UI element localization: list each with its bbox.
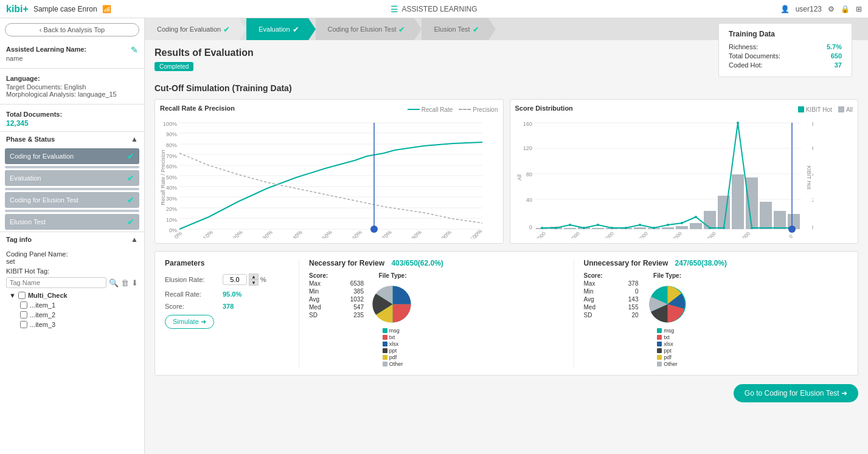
tag-item3-checkbox[interactable] — [20, 321, 27, 328]
svg-text:0: 0 — [812, 224, 813, 230]
unnecessary-file-type-label: File Type: — [653, 272, 681, 279]
svg-text:5000: 5000 — [603, 230, 614, 238]
unnecessary-min: Min 0 — [584, 288, 639, 295]
svg-point-24 — [370, 225, 378, 233]
svg-text:1000: 1000 — [739, 230, 751, 238]
elusion-rate-label: Elusion Rate: — [165, 276, 223, 283]
svg-rect-64 — [676, 226, 688, 229]
training-richness-value: 5.7% — [827, 43, 842, 50]
phase-evaluation-label: Evaluation — [10, 174, 41, 182]
recall-line-icon — [408, 109, 420, 110]
necessary-avg: Avg 1032 — [309, 296, 364, 303]
training-card: Training Data Richness: 5.7% Total Docum… — [718, 23, 852, 77]
top-bar-center: ☰ ASSISTED LEARNING — [391, 4, 477, 14]
svg-text:2000: 2000 — [705, 230, 717, 238]
phase-elusion: Elusion Test ✔ — [5, 214, 139, 230]
necessary-avg-val: 1032 — [350, 296, 364, 303]
tag-multi-check-checkbox[interactable] — [18, 292, 26, 299]
expand-icon[interactable]: ⊞ — [856, 5, 862, 13]
kibit-hot-legend-label: KIBIT Hot — [806, 106, 832, 113]
unnecessary-sd-val: 20 — [631, 312, 638, 318]
necessary-max-label: Max — [309, 280, 321, 287]
svg-point-85 — [709, 227, 711, 229]
breadcrumb-elusion-label: Elusion Test — [434, 26, 470, 33]
main-layout: ‹ Back to Analysis Top Assisted Learning… — [0, 18, 868, 454]
delete-tag-icon[interactable]: 🗑 — [121, 278, 129, 287]
language-label: Language: — [6, 75, 138, 82]
phase-status-header[interactable]: Phase & Status ▲ — [0, 131, 144, 146]
svg-point-74 — [555, 227, 557, 229]
coding-panel-row: Coding Panel Name: — [6, 250, 138, 258]
svg-text:7000: 7000 — [535, 230, 546, 238]
tag-search-input[interactable] — [6, 277, 106, 288]
svg-rect-58 — [592, 228, 604, 229]
lock-icon: 🔒 — [841, 5, 850, 13]
phase-bar-1 — [5, 166, 139, 168]
svg-point-90 — [788, 225, 796, 233]
username: user123 — [796, 5, 822, 13]
necessary-med: Med 547 — [309, 304, 364, 311]
tag-collapse-icon: ▲ — [131, 235, 138, 244]
results-section: Results of Evaluation Completed — [155, 47, 254, 75]
unnecessary-legend: msg txt xlsx ppt pdf Other — [657, 327, 678, 368]
app-title: ASSISTED LEARNING — [401, 5, 477, 13]
elusion-up-spinner[interactable]: ▲ — [249, 273, 259, 280]
breadcrumb-evaluation-label: Evaluation — [259, 26, 290, 33]
necessary-score-label: Score: — [309, 272, 364, 279]
elusion-rate-input[interactable] — [223, 274, 247, 285]
svg-text:30%: 30% — [262, 229, 274, 238]
svg-point-87 — [737, 122, 739, 124]
breadcrumb-evaluation-check: ✔ — [293, 25, 299, 34]
edit-icon[interactable]: ✎ — [131, 45, 138, 55]
breadcrumb-evaluation[interactable]: Evaluation ✔ — [246, 18, 308, 40]
breadcrumb-coding-eval[interactable]: Coding for Evaluation ✔ — [145, 18, 239, 40]
necessary-file-type-label: File Type: — [379, 272, 407, 279]
svg-text:40%: 40% — [166, 185, 177, 191]
recall-chart-legend: Recall Rate Precision — [408, 106, 498, 113]
necessary-avg-label: Avg — [309, 296, 319, 303]
svg-text:6000: 6000 — [569, 230, 580, 238]
tag-item2-checkbox[interactable] — [20, 311, 27, 318]
elusion-down-spinner[interactable]: ▼ — [249, 280, 259, 286]
search-icon[interactable]: 🔍 — [109, 278, 119, 287]
svg-point-76 — [583, 227, 585, 229]
training-coded-label: Coded Hot: — [729, 61, 763, 69]
params-title: Parameters — [165, 259, 299, 267]
charts-row: Recall Rate & Precision Recall Rate Prec… — [155, 99, 858, 244]
training-coded-row: Coded Hot: 37 — [729, 61, 842, 69]
back-button[interactable]: ‹ Back to Analysis Top — [5, 23, 139, 36]
svg-text:70%: 70% — [381, 229, 393, 238]
training-coded-value: 37 — [835, 61, 842, 69]
hamburger-icon[interactable]: ☰ — [391, 4, 398, 14]
goto-elusion-button[interactable]: Go to Coding for Elusion Test ➜ — [734, 384, 858, 402]
simulate-button[interactable]: Simulate ➜ — [165, 315, 214, 329]
language-morph: Morphological Analysis: language_15 — [6, 91, 138, 98]
svg-text:3000: 3000 — [671, 230, 682, 238]
unnecessary-sd-label: SD — [584, 312, 592, 318]
svg-text:40: 40 — [526, 197, 532, 203]
unnecessary-max-label: Max — [584, 280, 595, 287]
necessary-highlight: 403/650(62.0%) — [391, 259, 443, 267]
phase-list: Coding for Evaluation ✔ Evaluation ✔ Cod… — [0, 148, 144, 230]
tag-item1-checkbox[interactable] — [20, 301, 27, 309]
svg-rect-63 — [662, 227, 674, 229]
gear-icon[interactable]: ⚙ — [828, 5, 835, 13]
phase-elusion-check: ✔ — [127, 217, 134, 227]
necessary-min-label: Min — [309, 288, 319, 295]
necessary-content: Score: Max 6538 Min 385 — [309, 272, 564, 368]
tag-info-header[interactable]: Tag info ▲ — [0, 232, 144, 247]
unnecessary-score-label: Score: — [584, 272, 639, 279]
breadcrumb-coding-eval-label: Coding for Evaluation — [157, 26, 221, 33]
necessary-sd-label: SD — [309, 312, 318, 318]
svg-text:KIBIT Hot: KIBIT Hot — [806, 166, 812, 190]
download-tag-icon[interactable]: ⬇ — [131, 278, 138, 287]
training-richness-label: Richness: — [729, 43, 758, 50]
unnecessary-file-type: File Type: — [645, 272, 690, 368]
svg-text:60%: 60% — [351, 229, 363, 238]
score-chart-legend: KIBIT Hot All — [798, 106, 853, 113]
breadcrumb-coding-elusion[interactable]: Coding for Elusion Test ✔ — [316, 18, 415, 40]
tag-expand-icon[interactable]: ▼ — [9, 292, 16, 299]
breadcrumb-elusion[interactable]: Elusion Test ✔ — [422, 18, 488, 40]
coding-panel-label: Coding Panel Name: — [6, 250, 68, 258]
unnecessary-max: Max 378 — [584, 280, 639, 287]
